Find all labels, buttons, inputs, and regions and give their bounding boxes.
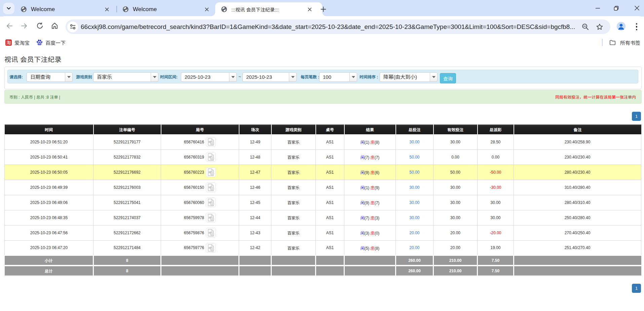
date-end-select[interactable]: 2025-10-23 xyxy=(242,72,297,82)
result-player-value: (1) xyxy=(365,140,370,145)
chevron-down-icon xyxy=(6,6,11,11)
video-file-icon xyxy=(207,229,215,237)
site-info-button[interactable] xyxy=(67,22,78,32)
cell-total-bet: 30.00 xyxy=(396,195,433,210)
summary-text: 币别 : 人民币 | 总共 :8 注单 | xyxy=(9,90,60,103)
caret-down-icon xyxy=(153,76,156,78)
query-type-value[interactable]: 日期查询 xyxy=(27,72,65,82)
cell-table-no: AS1 xyxy=(316,210,344,225)
dropdown-arrow-button[interactable] xyxy=(151,72,158,82)
folder-icon xyxy=(609,39,616,46)
video-file-icon xyxy=(207,244,215,252)
video-replay-button[interactable] xyxy=(206,137,216,147)
window-restore-button[interactable] xyxy=(607,0,626,16)
footer-empty-cell xyxy=(344,255,396,266)
tab-welcome-2[interactable]: Welcome xyxy=(118,2,214,16)
result-banker-value: (3) xyxy=(375,216,380,220)
tab-close-button[interactable] xyxy=(203,6,210,13)
window-minimize-button[interactable] xyxy=(589,0,607,16)
cell-valid-bet: 30.00 xyxy=(433,195,478,210)
table-row: 2025-10-23 06:50:05 522912176692 6567602… xyxy=(5,165,641,180)
window-close-button[interactable] xyxy=(626,0,644,16)
forward-icon xyxy=(21,22,28,30)
new-tab-button[interactable] xyxy=(318,4,328,14)
query-type-select[interactable]: 日期查询 xyxy=(27,72,73,82)
browser-toolbar: 66cxkj98.com/game/betrecord_search/kind3… xyxy=(0,16,644,35)
home-button[interactable] xyxy=(48,16,61,35)
url-text[interactable]: 66cxkj98.com/game/betrecord_search/kind3… xyxy=(81,20,581,34)
bookmark-baidu[interactable]: du 百度一下 xyxy=(36,35,66,49)
address-bar[interactable]: 66cxkj98.com/game/betrecord_search/kind3… xyxy=(66,20,610,34)
tune-icon xyxy=(70,24,76,30)
reload-icon xyxy=(36,22,43,29)
forward-button[interactable] xyxy=(17,16,31,35)
video-replay-button[interactable] xyxy=(206,213,216,222)
footer-empty-cell xyxy=(271,255,316,266)
col-total-bet: 总投注 xyxy=(396,125,433,134)
date-end-value[interactable]: 2025-10-23 xyxy=(242,72,289,82)
page-size-value[interactable]: 100 xyxy=(319,72,349,82)
total-bet-link[interactable]: 30.00 xyxy=(409,140,419,144)
time-sort-value[interactable]: 降幂(由大到小) xyxy=(380,72,430,82)
time-sort-select[interactable]: 降幂(由大到小) xyxy=(380,72,438,82)
result-player: 闲 xyxy=(361,155,365,160)
cell-session: 12-42 xyxy=(239,240,271,255)
search-button[interactable]: 查询 xyxy=(440,73,456,83)
total-bet-link[interactable]: 20.00 xyxy=(409,231,419,235)
tab-active-betrecord[interactable]: :::视讯 会员下注纪录::: xyxy=(215,2,322,16)
video-replay-button[interactable] xyxy=(206,152,216,162)
total-bet-link[interactable]: 30.00 xyxy=(409,200,419,205)
date-start-value[interactable]: 2025-10-23 xyxy=(181,72,229,82)
result-banker: 庄 xyxy=(371,246,375,251)
result-player-value: (7) xyxy=(365,155,370,160)
video-replay-button[interactable] xyxy=(206,182,216,192)
bookmark-star-button[interactable] xyxy=(594,20,606,34)
total-bet-link[interactable]: 50.00 xyxy=(409,170,419,175)
cell-session: 12-45 xyxy=(239,195,271,210)
tab-search-button[interactable] xyxy=(3,3,14,14)
dropdown-arrow-button[interactable] xyxy=(289,72,297,82)
dropdown-arrow-button[interactable] xyxy=(229,72,237,82)
pagination-page-1-top[interactable]: 1 xyxy=(632,112,641,121)
filter-group-range: 时间区间: xyxy=(160,70,178,83)
zoom-button[interactable] xyxy=(579,20,591,34)
dropdown-arrow-button[interactable] xyxy=(65,72,73,82)
dropdown-arrow-button[interactable] xyxy=(349,72,357,82)
tab-welcome-1[interactable]: Welcome xyxy=(16,2,114,16)
browser-menu-button[interactable] xyxy=(633,20,640,34)
svg-text:du: du xyxy=(38,42,41,45)
col-table-no: 桌号 xyxy=(316,125,344,134)
reload-button[interactable] xyxy=(33,16,46,35)
profile-avatar[interactable] xyxy=(617,22,626,31)
total-bet-link[interactable]: 20.00 xyxy=(409,245,419,250)
game-type-select[interactable]: 百家乐 xyxy=(93,72,158,82)
date-start-select[interactable]: 2025-10-23 xyxy=(181,72,237,82)
total-bet-link[interactable]: 50.00 xyxy=(409,155,419,160)
video-replay-button[interactable] xyxy=(206,198,216,207)
video-replay-button[interactable] xyxy=(206,243,216,253)
bookmark-taobao[interactable]: 淘 爱淘宝 xyxy=(5,35,30,49)
result-player: 闲 xyxy=(361,231,365,236)
table-row: 2025-10-23 06:50:41 522912177832 6567603… xyxy=(5,149,641,165)
tab-close-button[interactable] xyxy=(306,6,313,13)
page-size-select[interactable]: 100 xyxy=(319,72,357,82)
col-round-no: 局号 xyxy=(161,125,239,134)
filter-group-game: 游戏类别 xyxy=(76,70,92,83)
video-replay-button[interactable] xyxy=(206,228,216,238)
pagination-page-1-bottom[interactable]: 1 xyxy=(632,284,641,293)
total-bet-link[interactable]: 30.00 xyxy=(409,185,419,190)
cell-round-no: 656759776 xyxy=(161,240,239,255)
cell-payout: 28.50 xyxy=(478,134,514,149)
cell-total-bet: 50.00 xyxy=(396,149,433,165)
back-button[interactable] xyxy=(3,16,16,35)
cell-time: 2025-10-23 06:48:35 xyxy=(5,210,93,225)
video-replay-button[interactable] xyxy=(206,167,216,177)
cell-total-bet: 30.00 xyxy=(396,210,433,225)
tab-close-button[interactable] xyxy=(104,6,110,13)
total-bet-link[interactable]: 30.00 xyxy=(409,215,419,220)
cell-bet-no: 522912175041 xyxy=(93,195,161,210)
game-type-value[interactable]: 百家乐 xyxy=(93,72,151,82)
all-bookmarks-button[interactable]: 所有书签 xyxy=(609,35,640,49)
tab-title: Welcome xyxy=(133,6,214,13)
dropdown-arrow-button[interactable] xyxy=(430,72,438,82)
